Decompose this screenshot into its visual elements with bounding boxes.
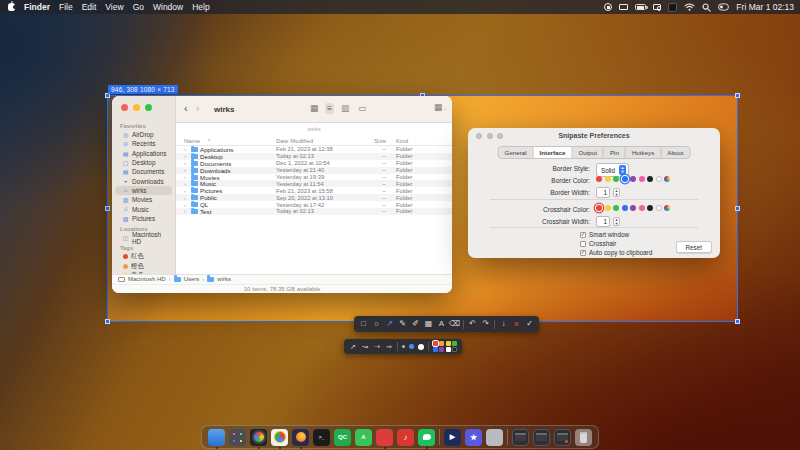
stepper-icon[interactable]: ▲▼ — [613, 217, 621, 226]
column-view-button[interactable]: ▥ — [339, 103, 351, 114]
palette-green[interactable] — [452, 341, 457, 346]
text-tool-icon[interactable]: A — [437, 320, 446, 328]
dock-finder[interactable] — [208, 429, 225, 446]
undo-icon[interactable]: ↶ — [468, 320, 477, 328]
checkbox-auto-copy[interactable]: ✓Auto copy to clipboard — [580, 249, 652, 256]
sidebar-item-macintosh-hd[interactable]: Macintosh HD — [115, 233, 172, 242]
dock-red-notes-app[interactable] — [376, 429, 393, 446]
disclosure-chevron[interactable]: › — [184, 167, 188, 173]
sidebar-tag-orange[interactable]: 橙色 — [115, 262, 172, 271]
wifi-icon[interactable] — [684, 3, 695, 11]
column-size[interactable]: Size — [356, 138, 390, 144]
disclosure-chevron[interactable]: › — [184, 195, 188, 201]
camera-icon[interactable] — [653, 4, 661, 10]
dock-launchpad[interactable] — [229, 429, 246, 446]
file-row-ql[interactable]: ›QLYesterday at 17:42--Folder — [176, 201, 452, 208]
checkbox-icon[interactable]: ✓ — [580, 250, 586, 256]
dock-video-player[interactable]: ▶ — [444, 429, 461, 446]
dock-trash[interactable] — [575, 429, 592, 446]
icon-view-button[interactable]: ▦ — [308, 103, 320, 114]
checkbox-icon[interactable]: ✓ — [580, 232, 586, 238]
pencil-tool-icon[interactable]: ✎ — [398, 320, 407, 328]
tab-output[interactable]: Output — [572, 147, 604, 158]
file-row-public[interactable]: ›PublicSep 20, 2022 at 13:10--Folder — [176, 194, 452, 201]
border-width-field[interactable]: 1 ▲▼ — [596, 187, 620, 198]
color-swatch-green[interactable] — [613, 176, 619, 182]
color-swatch-blue[interactable] — [622, 205, 628, 211]
forward-button[interactable]: › — [196, 102, 200, 114]
reset-button[interactable]: Reset — [676, 241, 712, 253]
palette-orange[interactable] — [439, 341, 444, 346]
palette-blue[interactable] — [433, 347, 438, 352]
path-item-users[interactable]: Users — [184, 276, 200, 282]
file-row-desktop[interactable]: ›DesktopToday at 02:13--Folder — [176, 153, 452, 160]
selection-handle-w[interactable] — [105, 206, 110, 211]
sidebar-item-movies[interactable]: Movies — [115, 195, 172, 204]
dock-placeholder-app[interactable] — [486, 429, 503, 446]
file-row-applications[interactable]: ›ApplicationsFeb 21, 2023 at 12:38--Fold… — [176, 146, 452, 153]
column-date-modified[interactable]: Date Modified — [276, 138, 356, 144]
size-medium-dot-selected[interactable] — [409, 344, 414, 349]
color-swatch-pink[interactable] — [639, 176, 645, 182]
sidebar-item-recents[interactable]: Recents — [115, 139, 172, 148]
mosaic-tool-icon[interactable]: ▦ — [424, 320, 433, 328]
crosshair-width-field[interactable]: 1 ▲▼ — [596, 216, 620, 227]
cancel-capture-icon[interactable]: × — [512, 320, 521, 329]
dock-chrome[interactable] — [271, 429, 288, 446]
path-item-macintosh-hd[interactable]: Macintosh HD — [128, 276, 166, 282]
file-row-movies[interactable]: ›MoviesYesterday at 19:39--Folder — [176, 174, 452, 181]
rectangle-tool-icon[interactable]: □ — [359, 320, 368, 328]
color-swatch-green[interactable] — [613, 205, 619, 211]
menu-view[interactable]: View — [105, 2, 123, 12]
column-name[interactable]: Name ^ — [176, 138, 276, 144]
file-row-test[interactable]: ›TestToday at 02:13--Folder — [176, 208, 452, 215]
color-swatch-black[interactable] — [647, 205, 653, 211]
tab-interface[interactable]: Interface — [534, 147, 573, 158]
sidebar-item-music[interactable]: Music — [115, 204, 172, 213]
color-swatch-yellow[interactable] — [605, 205, 611, 211]
color-swatch-red-selected[interactable] — [596, 205, 602, 211]
color-swatch-white[interactable] — [656, 205, 662, 211]
color-swatch-yellow[interactable] — [605, 176, 611, 182]
menu-app-name[interactable]: Finder — [24, 2, 50, 12]
dock-wechat[interactable] — [418, 429, 435, 446]
display-icon[interactable] — [619, 4, 628, 11]
dock-firefox[interactable] — [292, 429, 309, 446]
marker-tool-icon[interactable]: ✐ — [411, 320, 420, 328]
file-row-music[interactable]: ›MusicYesterday at 11:54--Folder — [176, 180, 452, 187]
color-swatch-blue-selected[interactable] — [622, 176, 628, 182]
file-row-pictures[interactable]: ›PicturesFeb 21, 2023 at 15:58--Folder — [176, 187, 452, 194]
menu-file[interactable]: File — [59, 2, 73, 12]
preferences-window[interactable]: Snipaste Preferences General Interface O… — [468, 128, 720, 258]
sidebar-item-applications[interactable]: Applications — [115, 149, 172, 158]
menu-window[interactable]: Window — [153, 2, 183, 12]
ellipse-tool-icon[interactable]: ○ — [372, 320, 381, 328]
menu-go[interactable]: Go — [133, 2, 144, 12]
size-large-dot[interactable] — [418, 344, 424, 350]
screen-record-icon[interactable] — [604, 3, 612, 11]
arrow-tool-icon[interactable]: ↗ — [385, 320, 394, 328]
checkbox-icon[interactable] — [580, 241, 586, 247]
file-row-downloads[interactable]: ›DownloadsYesterday at 21:40--Folder — [176, 167, 452, 174]
checkbox-smart-window[interactable]: ✓Smart window — [580, 231, 629, 238]
sidebar-item-documents[interactable]: Documents — [115, 167, 172, 176]
disclosure-chevron[interactable]: › — [184, 208, 188, 214]
dock-star-app[interactable]: ★ — [465, 429, 482, 446]
close-button[interactable] — [121, 104, 128, 111]
selection-handle-e[interactable] — [735, 206, 740, 211]
dock-terminal[interactable]: >_ — [313, 429, 330, 446]
save-icon[interactable]: ↓ — [499, 320, 508, 328]
arrow-style-2-icon[interactable]: ↝ — [361, 343, 369, 351]
tab-about[interactable]: About — [661, 147, 689, 158]
finder-window[interactable]: Favorites AirDrop Recents Applications D… — [112, 96, 452, 293]
group-menu-button[interactable]: ▦⌄ — [434, 103, 447, 112]
input-source-icon[interactable] — [668, 3, 677, 12]
sidebar-tag-red[interactable]: 红色 — [115, 252, 172, 261]
menu-edit[interactable]: Edit — [82, 2, 97, 12]
dock-minimized-window-3[interactable] — [554, 429, 571, 446]
dock-minimized-window-2[interactable] — [533, 429, 550, 446]
sidebar-item-pictures[interactable]: Pictures — [115, 214, 172, 223]
dock-compass-app[interactable] — [250, 429, 267, 446]
color-swatch-purple[interactable] — [630, 205, 636, 211]
color-swatch-custom[interactable] — [664, 205, 670, 211]
